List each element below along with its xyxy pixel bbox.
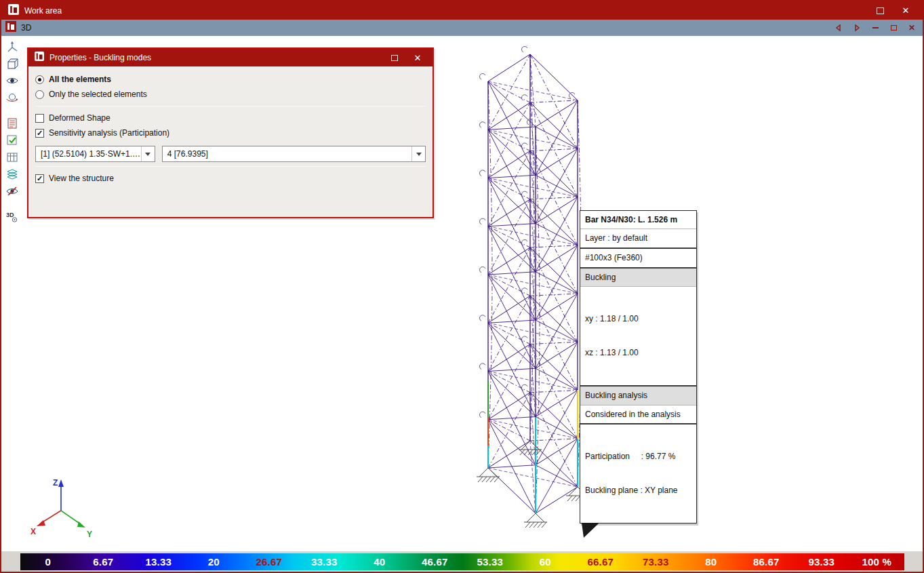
scale-label: 13.33 [131,556,186,568]
mode-combobox[interactable]: 4 [76.9395] [162,146,426,162]
tooltip-participation-block: Participation : 96.77 % Buckling plane :… [580,423,696,522]
scale-label: 20 [186,556,242,568]
loadcase-combobox-value: [1] (52.5104) 1.35·SW+1.5-... [41,149,141,159]
tooltip-xz: xz : 1.13 / 1.00 [585,347,691,359]
color-scale-labels: 0 6.67 13.33 20 26.67 33.33 40 46.67 53.… [20,553,904,570]
scale-label: 26.67 [241,556,297,568]
app-logo-icon [8,4,19,18]
tooltip-tail [582,523,602,539]
viewport-logo-icon [5,21,16,35]
tooltip-plane: Buckling plane : XY plane [585,485,691,496]
checkbox-checked-icon [35,129,44,138]
maximize-button[interactable] [870,3,890,18]
window-title: Work area [24,6,62,16]
dialog-close-button[interactable]: ✕ [409,51,426,64]
layers-icon[interactable] [4,166,20,182]
3d-options-icon[interactable]: 3D [4,209,20,225]
tooltip-section: #100x3 (Fe360) [580,248,696,267]
tooltip-buckling-values: xy : 1.18 / 1.00 xz : 1.13 / 1.00 [580,286,696,384]
tooltip-considered: Considered in the analysis [580,405,696,424]
close-button[interactable]: ✕ [896,3,916,18]
radio-button-icon [35,75,44,84]
checkbox-checked-icon [35,174,44,183]
viewport-title: 3D [21,23,31,33]
scale-label: 40 [352,556,407,568]
orbit-icon[interactable] [4,90,20,106]
restore-icon [891,25,897,31]
loadcase-combobox[interactable]: [1] (52.5104) 1.35·SW+1.5-... [35,146,155,162]
check-table-icon[interactable] [4,132,20,149]
svg-text:3D: 3D [6,212,14,218]
scale-label: 6.67 [76,556,132,568]
arrow-left-icon [835,24,843,32]
scale-label: 100 % [849,556,905,568]
x-axis-label: X [31,527,36,536]
arrow-right-icon [853,24,861,32]
radio-selected-elements[interactable]: Only the selected elements [35,87,426,102]
tooltip-xy: xy : 1.18 / 1.00 [585,313,691,325]
radio-selected-elements-label: Only the selected elements [49,90,147,99]
tooltip-buckling-header: Buckling [580,267,696,287]
viewport-titlebar: 3D ✕ [1,20,923,36]
checkbox-view-structure-label: View the structure [49,174,114,183]
axes-triad: Z X Y [20,475,102,542]
checkbox-deformed-shape-label: Deformed Shape [49,113,111,123]
scale-label: 0 [20,556,76,568]
radio-all-elements-label: All the elements [49,75,111,84]
checkbox-view-structure[interactable]: View the structure [35,171,426,186]
minimize-view-button[interactable] [868,22,882,34]
dialog-titlebar[interactable]: Properties - Buckling modes ✕ [28,49,433,66]
checkbox-sensitivity-label: Sensitivity analysis (Participation) [49,128,169,138]
tooltip-participation: Participation : 96.77 % [585,451,691,462]
properties-dialog: Properties - Buckling modes ✕ All the el… [27,47,434,218]
scale-label: 60 [518,556,574,568]
scale-label: 73.33 [628,556,684,568]
close-icon: ✕ [902,5,910,16]
cube-icon[interactable] [4,56,20,72]
grid-icon[interactable] [4,149,20,165]
checkbox-sensitivity[interactable]: Sensitivity analysis (Participation) [35,125,426,140]
tooltip-analysis-header: Buckling analysis [580,385,696,405]
checkbox-icon [35,114,44,123]
scale-label: 86.67 [739,556,795,568]
separator [35,106,426,106]
previous-view-button[interactable] [832,22,845,34]
left-toolbar: 3D [1,36,23,551]
z-axis-label: Z [53,478,58,488]
scale-label: 80 [683,556,739,568]
window-titlebar: Work area ✕ [1,1,923,20]
restore-view-button[interactable] [887,22,900,34]
dialog-title: Properties - Buckling modes [49,53,380,62]
scale-label: 46.67 [407,556,463,568]
dialog-maximize-button[interactable] [386,51,403,64]
y-axis-arrow [77,521,85,528]
close-view-button[interactable]: ✕ [905,22,919,34]
eye-icon[interactable] [4,73,20,89]
mode-combobox-value: 4 [76.9395] [167,149,411,159]
checkbox-deformed-shape[interactable]: Deformed Shape [35,111,426,125]
results-table-icon[interactable] [4,115,20,132]
dialog-close-icon: ✕ [414,53,422,63]
tooltip-layer: Layer : by default [580,229,696,248]
maximize-icon [877,7,884,14]
color-scale-bar: 0 6.67 13.33 20 26.67 33.33 40 46.67 53.… [1,551,923,572]
scale-label: 66.67 [573,556,628,568]
tooltip-title: Bar N34/N30: L. 1.526 m [580,211,696,229]
dialog-logo-icon [35,52,44,64]
axes-icon[interactable] [4,39,20,55]
close-view-icon: ✕ [908,23,915,33]
radio-all-elements[interactable]: All the elements [35,72,426,87]
scale-label: 53.33 [462,556,518,568]
minimize-icon [872,27,879,28]
scale-label: 93.33 [794,556,849,568]
dialog-maximize-icon [391,55,398,61]
z-axis-arrow [58,479,64,487]
radio-button-icon [35,90,44,99]
work-area-window: Work area ✕ 3D ✕ [0,0,924,573]
bar-info-tooltip: Bar N34/N30: L. 1.526 m Layer : by defau… [580,210,697,523]
chevron-down-icon [411,146,425,161]
next-view-button[interactable] [850,22,864,34]
hide-elements-icon[interactable] [4,183,20,199]
y-axis-label: Y [87,530,92,539]
chevron-down-icon [141,146,155,161]
